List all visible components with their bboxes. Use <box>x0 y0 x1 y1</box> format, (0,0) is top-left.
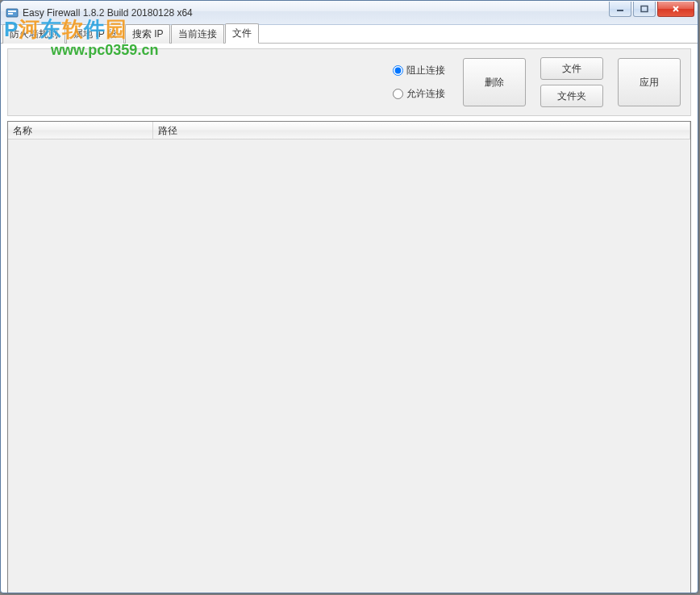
folder-button[interactable]: 文件夹 <box>540 85 603 107</box>
app-icon <box>6 6 19 19</box>
window-controls <box>609 2 694 17</box>
file-buttons-column: 文件 文件夹 <box>540 57 603 107</box>
toolbar-panel: 阻止连接 允许连接 删除 文件 文件夹 应用 <box>7 48 691 116</box>
radio-allow-input[interactable] <box>393 89 403 99</box>
svg-rect-2 <box>8 13 13 15</box>
file-button[interactable]: 文件 <box>540 57 603 80</box>
maximize-button[interactable] <box>633 2 656 17</box>
tab-firewall-rules[interactable]: 防火墙规则 <box>2 24 65 44</box>
delete-button[interactable]: 删除 <box>463 58 526 106</box>
svg-rect-1 <box>8 10 16 12</box>
radio-block-label: 阻止连接 <box>406 64 445 77</box>
window-title: Easy Firewall 1.8.2 Build 20180128 x64 <box>23 7 193 19</box>
radio-block-input[interactable] <box>393 65 403 76</box>
app-window: Easy Firewall 1.8.2 Build 20180128 x64 防… <box>0 0 698 593</box>
radio-allow-label: 允许连接 <box>406 87 445 101</box>
radio-block-connection[interactable]: 阻止连接 <box>393 64 445 77</box>
list-header: 名称 路径 <box>8 122 690 139</box>
tab-bar: 防火墙规则 属地 IP 段 搜索 IP 当前连接 文件 <box>1 25 698 44</box>
connection-mode-group: 阻止连接 允许连接 <box>393 64 445 101</box>
titlebar: Easy Firewall 1.8.2 Build 20180128 x64 <box>1 1 698 25</box>
svg-rect-4 <box>641 6 648 12</box>
column-path-header[interactable]: 路径 <box>153 122 690 139</box>
column-name-header[interactable]: 名称 <box>8 122 153 139</box>
tab-files[interactable]: 文件 <box>225 23 259 44</box>
minimize-button[interactable] <box>609 2 631 17</box>
tab-ip-location[interactable]: 属地 IP 段 <box>66 24 124 44</box>
close-button[interactable] <box>657 2 694 17</box>
tab-current-connections[interactable]: 当前连接 <box>171 24 224 44</box>
tab-content: 阻止连接 允许连接 删除 文件 文件夹 应用 名称 路径 <box>1 44 698 593</box>
radio-allow-connection[interactable]: 允许连接 <box>393 87 445 101</box>
tab-search-ip[interactable]: 搜索 IP <box>125 24 171 44</box>
file-list[interactable]: 名称 路径 <box>7 121 691 593</box>
apply-button[interactable]: 应用 <box>618 58 681 106</box>
